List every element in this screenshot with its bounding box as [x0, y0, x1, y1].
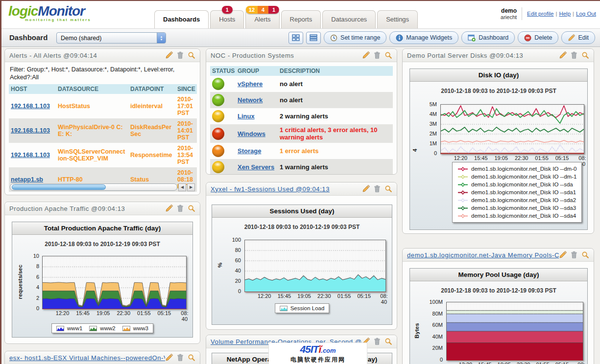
layout-rows-button[interactable] [306, 32, 321, 44]
edit-widget-icon[interactable] [165, 354, 173, 362]
noc-row: Network no alert [210, 92, 393, 108]
x-axis-ticks: 12:2015:4519:0522:3001:5505:1508: 40 [446, 360, 582, 364]
zoom-widget-icon[interactable] [581, 51, 589, 59]
dashboard-label: Dashboard [9, 33, 48, 42]
zoom-widget-icon[interactable] [384, 185, 392, 193]
delete-widget-icon[interactable] [373, 51, 381, 59]
delete-widget-icon[interactable] [570, 251, 578, 259]
edit-widget-icon[interactable] [362, 51, 370, 59]
edit-widget-icon[interactable] [165, 205, 173, 212]
user-name: demo [501, 7, 517, 14]
edit-dashboard-button[interactable]: Edit [561, 31, 595, 44]
widget-title: Production Apache Traffic @09:04:13 [9, 205, 125, 212]
app-header: logicMonitor monitoring that matters Das… [1, 1, 600, 28]
chart-subtitle: 2010-12-18 09:03 to 2010-12-19 09:03 PST [410, 287, 587, 294]
host-link[interactable]: 192.168.1.103 [11, 127, 50, 134]
x-axis-ticks: 12:2015:4519:0522:3001:5505:1508: 40 [244, 292, 385, 304]
tab-datasources[interactable]: Datasources [322, 10, 376, 28]
y-axis-label: requests/sec [17, 265, 23, 299]
edit-widget-icon[interactable] [559, 251, 567, 259]
sessions-used-chart [244, 240, 386, 292]
legend-item: www2 [89, 325, 115, 331]
alerts-horizontal-scrollbar: ◀ ▶ [10, 183, 195, 191]
chart-title: Disk IO (day) [410, 69, 587, 82]
add-dashboard-button[interactable]: Dashboard [461, 31, 515, 44]
group-link[interactable]: Windows [238, 130, 265, 137]
widget-title-link[interactable]: demo1.sb.logicmonitor.net-Java Memory Po… [407, 251, 559, 259]
legend-item: demo1.sb.logicmonitor.net_Disk IO --dm-1 [457, 174, 576, 180]
zoom-widget-icon[interactable] [188, 205, 195, 212]
group-link[interactable]: Linux [238, 113, 255, 120]
status-ball-green [212, 94, 224, 106]
column-header-datasource[interactable]: DATASOURCE [56, 84, 128, 94]
edit-profile-link[interactable]: Edit profile [527, 11, 553, 17]
tab-hosts[interactable]: Hosts 1 [210, 10, 244, 28]
user-area: demo ariecht Edit profile|Help|Log Out [501, 7, 596, 20]
widget-header: Production Apache Traffic @09:04:13 [5, 202, 200, 215]
tab-dashboards[interactable]: Dashboards [154, 10, 209, 28]
widget-header: esx- host1.sb-ESX Virtual Machines--powe… [5, 351, 200, 364]
host-link[interactable]: netapp1.sb [11, 176, 43, 183]
alert-datasource: WinPhysicalDrive-0 C: E: K: [56, 118, 128, 143]
noc-row: Windows 1 critical alerts, 3 error alert… [210, 124, 393, 143]
zoom-widget-icon[interactable] [384, 338, 392, 345]
zoom-widget-icon[interactable] [384, 51, 392, 59]
legend-item: demo1.sb.logicmonitor.net_Disk IO --sda3 [457, 205, 576, 211]
layout-grid-button[interactable] [288, 32, 303, 44]
scrollbar-track[interactable] [10, 183, 177, 191]
group-link[interactable]: Xen Servers [238, 163, 274, 171]
column-header-datapoint[interactable]: DATAPOINT [128, 84, 175, 94]
column-header-description[interactable]: DESCRIPTION [278, 66, 393, 76]
chart-legend: demo1.sb.logicmonitor.net_Disk IO --dm-0… [452, 162, 582, 223]
alerts-filter-text: Filter: Group:*, Host:*, Datasource:*, D… [5, 62, 200, 83]
edit-widget-icon[interactable] [559, 51, 567, 59]
host-link[interactable]: 192.168.1.103 [11, 152, 50, 159]
widget-title-link[interactable]: Xyxel - fw1-Sessions Used @09:04:13 [211, 185, 330, 193]
column-header-status[interactable]: STATUS [210, 66, 236, 76]
zoom-widget-icon[interactable] [188, 354, 195, 362]
tab-reports[interactable]: Reports [281, 10, 321, 28]
dashboard-select[interactable]: Demo (shared) ▲▼ [56, 32, 166, 44]
edit-widget-icon[interactable] [362, 185, 370, 193]
zoom-widget-icon[interactable] [188, 51, 195, 59]
delete-dashboard-button[interactable]: Delete [518, 31, 558, 44]
delete-widget-icon[interactable] [176, 205, 184, 212]
host-link[interactable]: 192.168.1.103 [11, 103, 50, 110]
user-identity: demo ariecht [501, 7, 522, 20]
widget-sessions-used: Xyxel - fw1-Sessions Used @09:04:13 Sess… [206, 182, 397, 330]
watermark-brand: 45ITĩ.com [269, 344, 367, 356]
help-link[interactable]: Help [559, 11, 571, 17]
column-header-group[interactable]: GROUP [236, 66, 278, 76]
delete-widget-icon[interactable] [176, 354, 184, 362]
tab-settings[interactable]: Settings [377, 10, 418, 28]
column-header-host[interactable]: HOST [9, 84, 56, 94]
noc-row: Storage 1 error alerts [210, 143, 393, 159]
delete-widget-icon[interactable] [176, 51, 184, 59]
legend-item: demo1.sb.logicmonitor.net_Disk IO --sda [457, 182, 573, 187]
scroll-left-button[interactable]: ◀ [178, 183, 186, 191]
set-time-range-button[interactable]: Set time range [324, 31, 386, 44]
group-link[interactable]: Network [238, 96, 263, 104]
zoom-widget-icon[interactable] [581, 251, 589, 259]
edit-widget-icon[interactable] [165, 51, 173, 59]
tab-alerts[interactable]: Alerts 12 4 1 [245, 10, 279, 28]
scrollbar-thumb[interactable] [12, 184, 106, 190]
group-link[interactable]: Storage [238, 147, 261, 155]
logicmonitor-app: logicMonitor monitoring that matters Das… [0, 0, 600, 364]
logout-link[interactable]: Log Out [576, 11, 596, 17]
scroll-right-button[interactable]: ▶ [187, 183, 195, 191]
manage-widgets-button[interactable]: Manage Widgets [389, 31, 458, 44]
delete-widget-icon[interactable] [570, 51, 578, 59]
delete-widget-icon[interactable] [373, 338, 381, 345]
user-links: Edit profile|Help|Log Out [522, 11, 596, 17]
chart-legend: www1www2www3 [51, 323, 153, 333]
rows-layout-icon [310, 34, 317, 41]
widget-title: NOC - Production Systems [211, 52, 294, 59]
column-header-since[interactable]: SINCE [175, 84, 197, 94]
group-link[interactable]: vSphere [238, 80, 263, 88]
logo-tagline: monitoring that matters [25, 18, 91, 22]
widget-title-link[interactable]: esx- host1.sb-ESX Virtual Machines--powe… [9, 354, 165, 362]
delete-widget-icon[interactable] [373, 185, 381, 193]
alert-datapoint: idleinterval [128, 94, 175, 118]
legend-item: www3 [122, 325, 148, 331]
